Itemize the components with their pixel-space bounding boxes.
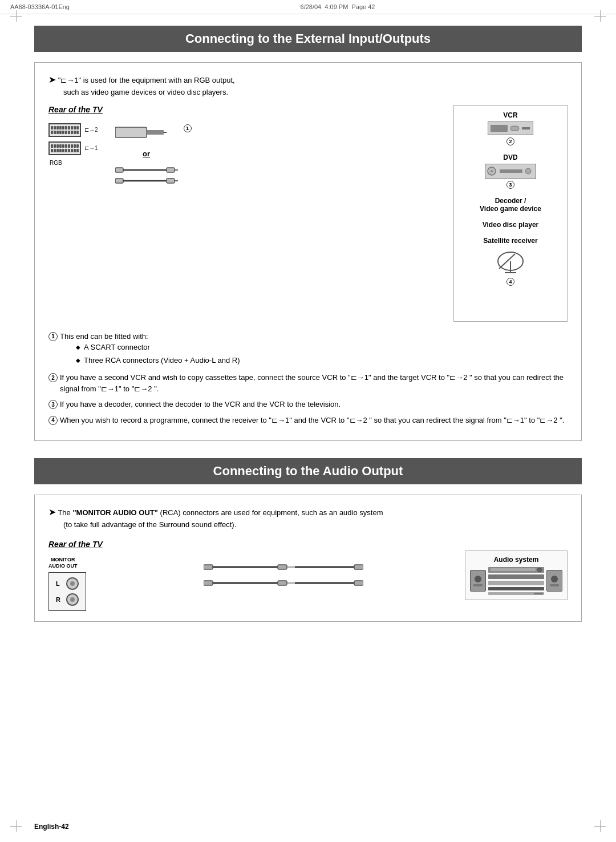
- dvd-label: DVD: [460, 153, 561, 161]
- rca-cable-svg1: [115, 166, 178, 174]
- rgb-label: RGB: [50, 160, 98, 166]
- svg-rect-25: [278, 565, 287, 569]
- circle1-marker: 1: [184, 124, 192, 132]
- section1-tip-text1: "⊏→1" is used for the equipment with an …: [58, 76, 235, 84]
- device-decoder: Decoder / Video game device: [460, 197, 561, 213]
- stereo-slot: [491, 568, 536, 571]
- pin: [71, 144, 73, 148]
- monitor-out-area: MONITORAUDIO OUT L R: [48, 557, 86, 611]
- header-left: AA68-03336A-01Eng: [10, 3, 70, 10]
- scart2-label: ⊏→2: [84, 127, 98, 133]
- header-middle: 6/28/04 4:09 PM Page 42: [301, 3, 375, 10]
- svg-point-19: [525, 168, 531, 174]
- section2-rear-tv-label: Rear of the TV: [48, 540, 103, 549]
- section2-audio-system: Audio system: [465, 550, 568, 600]
- svg-rect-14: [522, 127, 530, 129]
- pin: [59, 144, 62, 148]
- pin: [56, 131, 59, 134]
- stereo-row1: [488, 574, 544, 579]
- svg-rect-29: [204, 581, 213, 585]
- page-content: Connecting to the External Input/Outputs…: [0, 14, 616, 650]
- note1-text: This end can be fitted with:: [60, 332, 148, 341]
- pin: [76, 144, 79, 148]
- scart-cable-svg-top: [115, 124, 167, 141]
- pin: [74, 126, 76, 129]
- rca-cable-svg2: [115, 177, 178, 185]
- crosshair-bl: [10, 820, 22, 832]
- dvd-icon: [460, 164, 561, 179]
- scart2-row: ⊏→2: [48, 123, 98, 137]
- vcr-circle-num: 2: [506, 137, 514, 145]
- pin: [51, 144, 53, 148]
- pin: [74, 144, 76, 148]
- left-speaker: [470, 570, 486, 592]
- circle1-area: 1: [184, 124, 192, 132]
- stereo-row3: [488, 587, 544, 590]
- audio-cable-bottom: [204, 578, 363, 588]
- pin: [54, 126, 56, 129]
- scart2-pins-top: [51, 126, 79, 129]
- bullet1: A SCART connector: [76, 342, 240, 353]
- rca-r-circle: [66, 593, 79, 606]
- svg-point-17: [491, 170, 493, 172]
- svg-rect-12: [491, 125, 508, 132]
- note1: 1 This end can be fitted with: A SCART c…: [48, 331, 568, 368]
- note2-num: 2: [48, 373, 58, 382]
- speaker-bar-l: [473, 584, 483, 586]
- note4-text: When you wish to record a programme, con…: [60, 415, 564, 426]
- rca-r-label: R: [56, 596, 63, 603]
- bullet2: Three RCA connectors (Video + Audio-L an…: [76, 355, 240, 366]
- pin: [62, 144, 64, 148]
- pin: [71, 149, 73, 152]
- rca-l-label: L: [56, 580, 63, 587]
- svg-rect-5: [167, 168, 175, 172]
- crosshair-tr: [594, 10, 606, 22]
- svg-rect-18: [500, 169, 522, 173]
- scart1-pins-top: [51, 144, 79, 148]
- scart-connectors: ⊏→2: [48, 123, 98, 166]
- note2-text: If you have a second VCR and wish to cop…: [60, 372, 568, 394]
- pin: [54, 149, 56, 152]
- section1-diagram: Rear of the TV: [48, 105, 568, 322]
- stereo-progress: [534, 593, 543, 594]
- satellite-circle-num: 4: [506, 278, 514, 286]
- section1-rear-tv-label: Rear of the TV: [48, 105, 442, 114]
- pin: [56, 149, 59, 152]
- section2-rear-tv: Rear of the TV MONITORAUDIO OUT L: [48, 540, 103, 611]
- svg-rect-28: [354, 565, 363, 569]
- pin: [74, 131, 76, 134]
- pin: [54, 131, 56, 134]
- rca-l-circle: [66, 577, 79, 590]
- satellite-num: 4: [460, 278, 561, 286]
- stereo-unit: [470, 567, 562, 595]
- center-cables: or: [115, 119, 192, 185]
- crosshair-tl: [10, 10, 22, 22]
- section2-tip-sub: (to take full advantage of the Surround …: [63, 520, 236, 529]
- dvd-circle-num: 3: [506, 181, 514, 189]
- scart1-body: [48, 141, 81, 155]
- pin: [71, 126, 73, 129]
- bullet2-text: Three RCA connectors (Video + Audio-L an…: [84, 355, 240, 366]
- audio-cable-top: [204, 562, 363, 572]
- rca-cable-1: [115, 166, 178, 174]
- pin: [68, 149, 70, 152]
- note4-num: 4: [48, 416, 58, 425]
- device-satellite: Satellite receiver 4: [460, 237, 561, 286]
- footer-text: English-42: [34, 823, 69, 831]
- section1-diagram-left: Rear of the TV: [48, 105, 442, 185]
- rca-l-row: L: [56, 577, 79, 590]
- section2-tip-suffix: (RCA) connectors are used for equipment,…: [158, 508, 383, 517]
- speaker-bar-r: [550, 584, 559, 586]
- audio-cable-svg-bot: [204, 578, 363, 588]
- bullet1-text: A SCART connector: [84, 342, 150, 353]
- cable-group: or: [115, 124, 192, 185]
- stereo-main-unit: [488, 567, 544, 595]
- svg-rect-1: [147, 130, 164, 135]
- pin: [65, 144, 67, 148]
- page-footer: English-42: [34, 823, 69, 831]
- pin: [59, 131, 62, 134]
- speaker-dot-r: [551, 576, 558, 582]
- right-speaker: [546, 570, 562, 592]
- vcr-num: 2: [460, 137, 561, 145]
- crosshair-br: [594, 820, 606, 832]
